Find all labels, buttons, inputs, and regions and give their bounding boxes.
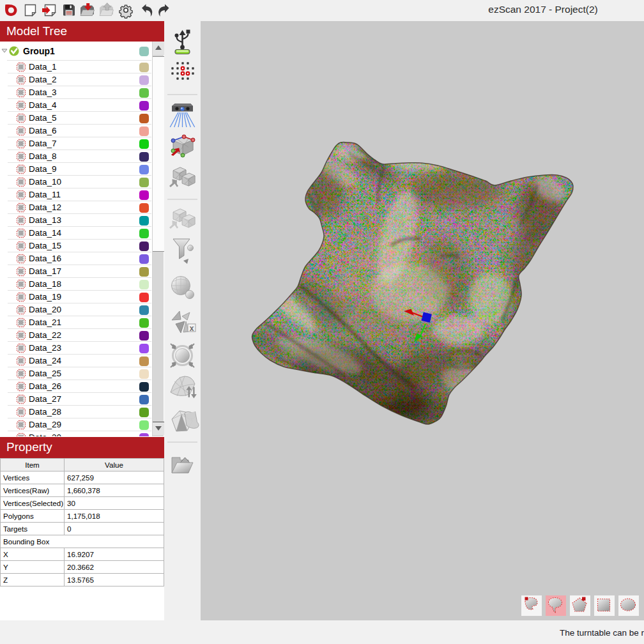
svg-text:x: x xyxy=(190,324,194,333)
